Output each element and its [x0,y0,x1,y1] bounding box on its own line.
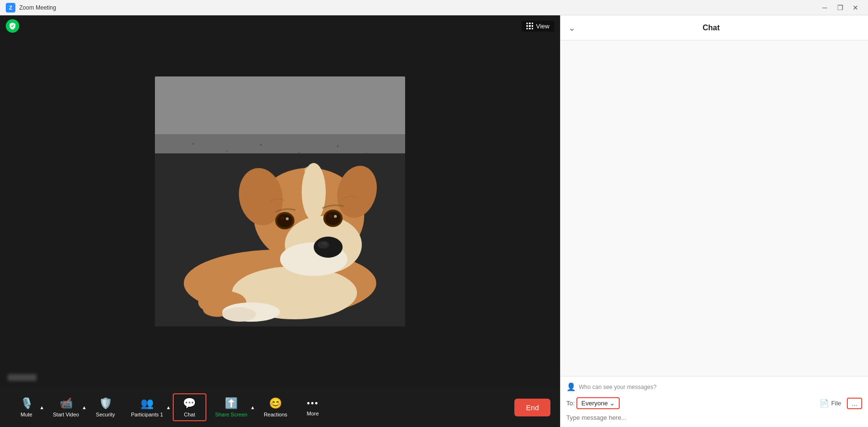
chat-to-row: To: Everyone ⌄ 📄 File ... [566,397,862,409]
file-label: File [831,400,841,407]
mute-label: Mute [21,412,32,417]
chat-header: ⌄ Chat [561,15,868,40]
participants-icon: 👥 [140,397,153,410]
chat-recipient-select[interactable]: Everyone ⌄ [576,397,620,409]
more-label: More [307,411,319,416]
video-caret[interactable]: ▴ [82,402,87,413]
svg-point-32 [321,242,327,246]
share-caret[interactable]: ▴ [250,402,255,413]
svg-point-24 [281,216,284,220]
grid-icon [526,23,533,29]
mute-group: 🎙️ Mute ▴ [10,394,44,420]
chat-more-icon: ... [852,400,857,407]
participants-group: 👥 Participants 1 ▴ [124,394,171,420]
window-controls: ─ ❐ ✕ [818,3,862,13]
title-bar: Z Zoom Meeting ─ ❐ ✕ [0,0,868,15]
security-label: Security [96,412,115,417]
svg-point-5 [260,144,262,146]
video-header: View [0,15,560,37]
svg-point-4 [227,151,228,152]
participant-name-blur [8,374,37,381]
mute-caret[interactable]: ▴ [39,402,44,413]
share-screen-button[interactable]: ⬆️ Share Screen [208,394,254,420]
video-area: View [0,15,560,427]
start-video-button[interactable]: 📹 Start Video [46,394,86,420]
main-layout: View [0,15,868,427]
visibility-label: Who can see your messages? [579,384,656,390]
start-video-label: Start Video [53,412,79,417]
visibility-icon: 👤 [566,382,576,391]
zoom-logo: Z [6,3,15,13]
toolbar-left: 🎙️ Mute ▴ 📹 Start Video ▴ [10,393,330,421]
title-bar-left: Z Zoom Meeting [6,3,56,13]
chat-to-left: To: Everyone ⌄ [566,397,620,409]
more-button[interactable]: ••• More [296,396,330,419]
svg-point-27 [325,212,341,225]
chat-panel: ⌄ Chat 👤 Who can see your messages? To: … [560,15,868,427]
participant-video [155,76,405,327]
share-screen-icon: ⬆️ [225,397,238,410]
chat-icon: 💬 [183,397,196,410]
svg-point-28 [329,214,332,218]
participants-button[interactable]: 👥 Participants 1 [124,394,170,420]
video-feed-container [0,15,560,388]
chat-messages[interactable] [561,40,868,376]
share-group: ⬆️ Share Screen ▴ [208,394,255,420]
chat-message-input[interactable] [566,412,862,423]
security-button[interactable]: 🛡️ Security [89,394,122,420]
chat-input-row [566,412,862,423]
chat-button[interactable]: 💬 Chat [173,393,206,421]
chat-to-label: To: [566,400,574,407]
maximize-button[interactable]: ❐ [833,3,847,13]
svg-point-15 [222,307,256,322]
app-title: Zoom Meeting [19,4,56,11]
minimize-button[interactable]: ─ [818,3,831,13]
svg-point-29 [334,215,337,218]
video-group: 📹 Start Video ▴ [46,394,87,420]
chat-visibility-info: 👤 Who can see your messages? [566,380,862,393]
chat-collapse-button[interactable]: ⌄ [568,23,575,33]
svg-point-3 [192,143,194,145]
video-off-icon: 📹 [60,397,73,410]
view-label: View [536,23,549,30]
zoom-logo-text: Z [9,5,13,11]
security-badge [6,19,19,33]
svg-point-25 [286,217,289,220]
chat-to-right: 📄 File ... [819,398,862,409]
mic-icon: 🎙️ [20,397,33,410]
chat-title: Chat [702,24,720,32]
reactions-icon: 😊 [269,397,282,410]
view-button[interactable]: View [522,21,554,32]
svg-point-7 [337,145,339,147]
recipient-chevron-icon: ⌄ [610,400,615,407]
chat-more-button[interactable]: ... [847,398,862,409]
chat-footer: 👤 Who can see your messages? To: Everyon… [561,376,868,427]
file-icon: 📄 [819,399,829,408]
svg-point-23 [277,214,293,227]
more-icon: ••• [307,399,319,409]
close-button[interactable]: ✕ [849,3,862,13]
chat-file-button[interactable]: 📄 File [819,399,841,408]
chat-recipient-value: Everyone [581,400,608,407]
end-button[interactable]: End [514,399,550,416]
participants-caret[interactable]: ▴ [166,402,171,413]
mute-button[interactable]: 🎙️ Mute [10,394,43,420]
reactions-label: Reactions [264,412,287,417]
participant-info [8,374,37,381]
toolbar: 🎙️ Mute ▴ 📹 Start Video ▴ [0,388,560,427]
security-icon: 🛡️ [99,397,112,410]
share-screen-label: Share Screen [215,412,247,417]
svg-point-30 [314,237,343,258]
reactions-button[interactable]: 😊 Reactions [257,394,294,420]
video-feed [155,76,405,327]
svg-point-6 [299,152,300,153]
participants-label: Participants 1 [131,412,163,417]
chat-label: Chat [184,412,195,417]
